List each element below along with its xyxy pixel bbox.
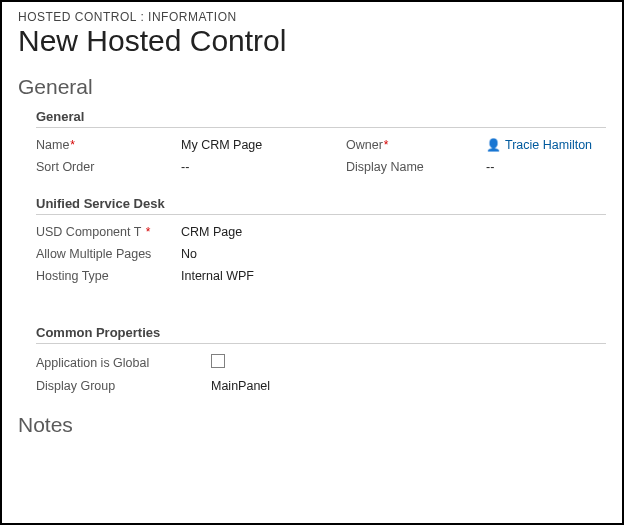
field-row-display-group: Display Group MainPanel (36, 375, 606, 397)
section-notes-title: Notes (18, 413, 606, 437)
field-row-sortorder: Sort Order -- Display Name -- (36, 156, 606, 178)
label-display-name: Display Name (346, 160, 486, 174)
value-display-name[interactable]: -- (486, 160, 494, 174)
required-marker: * (384, 138, 389, 152)
subsection-usd-head: Unified Service Desk (36, 196, 606, 215)
required-marker: * (146, 225, 151, 239)
label-sort-order: Sort Order (36, 160, 181, 174)
value-allow-multiple-pages[interactable]: No (181, 247, 346, 261)
hosted-control-form: HOSTED CONTROL : INFORMATION New Hosted … (0, 0, 624, 525)
required-marker: * (70, 138, 75, 152)
page-title: New Hosted Control (18, 24, 606, 57)
value-owner[interactable]: 👤 Tracie Hamilton (486, 138, 592, 152)
subsection-general-head: General (36, 109, 606, 128)
value-hosting-type[interactable]: Internal WPF (181, 269, 346, 283)
label-application-is-global: Application is Global (36, 356, 211, 370)
label-hosting-type: Hosting Type (36, 269, 181, 283)
label-owner: Owner* (346, 138, 486, 152)
value-application-is-global[interactable] (211, 354, 376, 371)
label-display-group: Display Group (36, 379, 211, 393)
checkbox-application-is-global[interactable] (211, 354, 225, 368)
form-eyebrow: HOSTED CONTROL : INFORMATION (18, 10, 606, 24)
field-row-name: Name* My CRM Page Owner* 👤 Tracie Hamilt… (36, 134, 606, 156)
label-usd-component-type: USD Component T * (36, 225, 181, 239)
field-row-hosting-type: Hosting Type Internal WPF (36, 265, 606, 287)
label-allow-multiple-pages: Allow Multiple Pages (36, 247, 181, 261)
section-general-title: General (18, 75, 606, 99)
field-row-usd-type: USD Component T * CRM Page (36, 221, 606, 243)
field-row-multi-pages: Allow Multiple Pages No (36, 243, 606, 265)
subsection-common-head: Common Properties (36, 325, 606, 344)
value-display-group[interactable]: MainPanel (211, 379, 376, 393)
section-general: General Name* My CRM Page Owner* 👤 Traci… (18, 109, 606, 397)
label-name: Name* (36, 138, 181, 152)
value-usd-component-type[interactable]: CRM Page (181, 225, 346, 239)
value-sort-order[interactable]: -- (181, 160, 346, 174)
field-row-app-global: Application is Global (36, 350, 606, 375)
value-name[interactable]: My CRM Page (181, 138, 346, 152)
user-icon: 👤 (486, 138, 501, 152)
owner-link[interactable]: Tracie Hamilton (505, 138, 592, 152)
